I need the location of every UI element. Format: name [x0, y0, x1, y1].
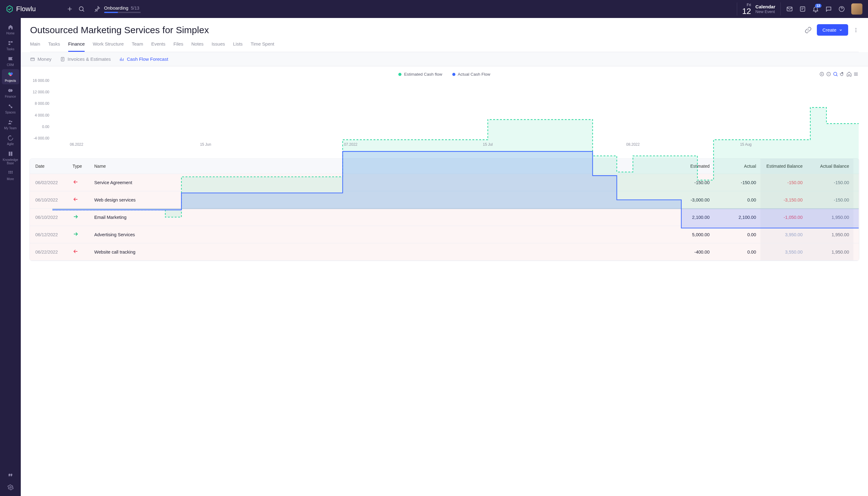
- tab-finance[interactable]: Finance: [68, 41, 84, 52]
- subtab-cash-flow-forecast[interactable]: Cash Flow Forecast: [119, 57, 168, 62]
- inbox-icon[interactable]: [784, 3, 795, 15]
- tab-notes[interactable]: Notes: [191, 41, 203, 52]
- svg-point-9: [10, 73, 13, 75]
- svg-point-23: [10, 487, 11, 488]
- svg-rect-6: [9, 44, 10, 45]
- add-button[interactable]: [64, 3, 76, 15]
- logo[interactable]: Flowlu: [5, 5, 36, 13]
- svg-point-17: [9, 171, 9, 172]
- create-button[interactable]: Create: [817, 24, 848, 36]
- svg-point-25: [856, 29, 856, 30]
- svg-point-12: [10, 89, 12, 92]
- sidebar-item-more[interactable]: More: [2, 167, 19, 183]
- help-icon[interactable]: [836, 3, 848, 15]
- svg-rect-2: [801, 7, 805, 12]
- sidebar-quote-icon[interactable]: [7, 472, 14, 479]
- notifications-icon[interactable]: 13: [810, 3, 822, 15]
- search-button[interactable]: [76, 3, 88, 15]
- date-daynum: 12: [742, 7, 751, 15]
- zoom-select-icon[interactable]: [833, 71, 838, 78]
- logo-icon: [5, 5, 14, 13]
- new-event-label: New Event: [756, 9, 775, 14]
- tabs: MainTasksFinanceWork StructureTeamEvents…: [30, 41, 859, 52]
- svg-point-16: [11, 121, 12, 122]
- tab-lists[interactable]: Lists: [233, 41, 243, 52]
- svg-point-0: [79, 7, 83, 11]
- row-act-balance: 1,950.00: [807, 243, 853, 260]
- legend-actual[interactable]: Actual Cash Flow: [452, 72, 491, 77]
- svg-rect-4: [9, 41, 10, 43]
- sidebar-item-tasks[interactable]: Tasks: [2, 37, 19, 53]
- svg-point-22: [12, 172, 12, 173]
- main: Outsourced Marketing Services for Simple…: [21, 18, 868, 496]
- legend-estimated[interactable]: Estimated Cash flow: [398, 72, 442, 77]
- pan-icon[interactable]: [839, 71, 845, 78]
- home-icon[interactable]: [846, 71, 852, 78]
- sidebar-item-home[interactable]: Home: [2, 22, 19, 37]
- svg-point-21: [10, 172, 11, 173]
- row-est-balance: 3,550.00: [760, 243, 807, 260]
- notification-badge: 13: [815, 4, 822, 8]
- tab-main[interactable]: Main: [30, 41, 40, 52]
- sidebar-item-agile[interactable]: Agile: [2, 133, 19, 148]
- chart: Estimated Cash flow Actual Cash Flow 16 …: [21, 66, 868, 152]
- onboarding-label: Onboarding: [104, 5, 128, 11]
- row-name: Website call tracking: [94, 250, 667, 254]
- arrow-out-icon: [73, 248, 94, 255]
- svg-point-18: [10, 171, 11, 172]
- tab-team[interactable]: Team: [132, 41, 143, 52]
- row-actual: 0.00: [714, 250, 760, 254]
- link-icon[interactable]: [804, 26, 812, 34]
- tab-issues[interactable]: Issues: [212, 41, 225, 52]
- onboarding-count: 5/13: [131, 5, 139, 11]
- subtab-money[interactable]: Money: [30, 57, 51, 62]
- chat-icon[interactable]: [823, 3, 835, 15]
- menu-icon[interactable]: [853, 71, 859, 78]
- svg-rect-5: [11, 41, 12, 43]
- row-date: 06/22/2022: [35, 250, 73, 254]
- x-axis: 06.202215 Jun07.202215 Jul08.202215 Aug: [52, 142, 859, 150]
- onboarding-widget[interactable]: Onboarding 5/13: [94, 5, 141, 13]
- svg-point-15: [9, 120, 11, 122]
- tab-time-spent[interactable]: Time Spent: [251, 41, 274, 52]
- pin-icon: [94, 5, 100, 12]
- sidebar-item-spaces[interactable]: Spaces: [2, 101, 19, 116]
- chevron-down-icon: [839, 28, 842, 32]
- sidebar-item-projects[interactable]: Projects: [2, 69, 19, 84]
- y-axis: 16 000.0012 000.008 000.004 000.000.00-4…: [30, 78, 49, 140]
- subtab-invoices-estimates[interactable]: Invoices & Estimates: [60, 57, 111, 62]
- tab-work-structure[interactable]: Work Structure: [93, 41, 124, 52]
- table-row[interactable]: 06/22/2022Website call tracking-400.000.…: [30, 243, 859, 261]
- svg-point-24: [856, 28, 856, 29]
- tab-files[interactable]: Files: [174, 41, 184, 52]
- sidebar-item-myteam[interactable]: My Team: [2, 117, 19, 132]
- avatar[interactable]: [851, 3, 863, 15]
- chart-tools: [819, 71, 859, 78]
- sidebar-item-crm[interactable]: CRM: [2, 53, 19, 68]
- row-estimated: -400.00: [667, 250, 714, 254]
- sidebar-item-finance[interactable]: Finance: [2, 85, 19, 100]
- zoom-in-icon[interactable]: [819, 71, 825, 78]
- onboarding-progress: [104, 12, 141, 13]
- svg-point-26: [856, 31, 856, 32]
- zoom-out-icon[interactable]: [826, 71, 832, 78]
- calendar-label: Calendar: [756, 4, 775, 9]
- tab-tasks[interactable]: Tasks: [48, 41, 60, 52]
- notes-icon[interactable]: [797, 3, 808, 15]
- sidebar: Home Tasks CRM Projects Finance Spaces M…: [0, 18, 21, 496]
- chart-plot[interactable]: [52, 80, 859, 241]
- brand-name: Flowlu: [16, 5, 36, 13]
- topbar: Flowlu Onboarding 5/13 Fri 12 Calendar N…: [0, 0, 868, 18]
- more-icon[interactable]: [853, 27, 859, 33]
- svg-point-20: [9, 172, 9, 173]
- sidebar-item-kb[interactable]: Knowledge Base: [2, 148, 19, 167]
- page-title: Outsourced Marketing Services for Simple…: [30, 25, 209, 35]
- sidebar-settings-icon[interactable]: [7, 484, 14, 492]
- subtabs: MoneyInvoices & EstimatesCash Flow Forec…: [21, 52, 868, 66]
- svg-rect-27: [31, 58, 34, 61]
- svg-point-19: [12, 171, 12, 172]
- tab-events[interactable]: Events: [151, 41, 166, 52]
- date-calendar-block[interactable]: Fri 12 Calendar New Event: [737, 2, 780, 16]
- svg-point-31: [834, 72, 837, 76]
